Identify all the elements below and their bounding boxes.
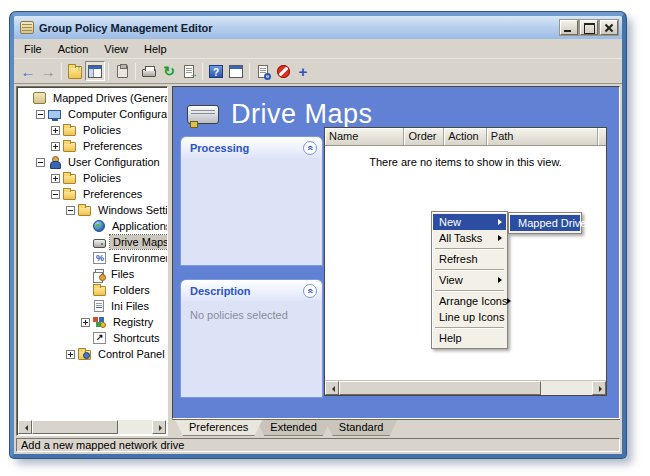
paste-button[interactable] xyxy=(112,61,132,81)
column-header-name[interactable]: Name xyxy=(325,128,404,145)
maximize-button[interactable] xyxy=(580,20,598,35)
expander-plus-icon[interactable] xyxy=(51,142,60,151)
control-panel-icon xyxy=(78,350,91,360)
console-tree: Mapped Drives (General) [DC1.HOComputer … xyxy=(17,87,167,362)
scrollbar-thumb[interactable] xyxy=(339,381,541,395)
expander-minus-icon[interactable] xyxy=(36,158,45,167)
tree-item-preferences[interactable]: Preferences xyxy=(19,186,167,202)
report-button[interactable] xyxy=(253,61,273,81)
collapse-chevron-icon[interactable]: « xyxy=(303,141,317,155)
tree-item-label: Folders xyxy=(110,283,153,297)
description-panel: Description « No policies selected xyxy=(181,280,322,397)
expander-plus-icon[interactable] xyxy=(51,126,60,135)
expander-minus-icon[interactable] xyxy=(36,110,45,119)
tree-item-drive-maps[interactable]: Drive Maps xyxy=(19,234,167,250)
back-button[interactable]: ← xyxy=(18,61,38,81)
menu-bar: FileActionViewHelp xyxy=(14,39,622,59)
context-menu-item-new[interactable]: New xyxy=(433,214,506,230)
context-menu: NewAll TasksRefreshViewArrange IconsLine… xyxy=(431,211,508,349)
tree-item-windows-settings[interactable]: Windows Settings xyxy=(19,202,167,218)
tree-item-label: Ini Files xyxy=(108,299,152,313)
folder-icon xyxy=(63,190,76,200)
expander-minus-icon[interactable] xyxy=(66,206,75,215)
forward-button[interactable]: → xyxy=(38,61,58,81)
menu-help[interactable]: Help xyxy=(136,40,175,58)
properties-window-button[interactable] xyxy=(226,61,246,81)
scroll-right-button[interactable] xyxy=(152,420,166,434)
tab-standard[interactable]: Standard xyxy=(325,420,398,436)
tree-item-preferences[interactable]: Preferences xyxy=(19,138,167,154)
up-one-level-button[interactable]: ↑ xyxy=(65,61,85,81)
tree-item-ini-files[interactable]: Ini Files xyxy=(19,298,167,314)
tree-item-policies[interactable]: Policies xyxy=(19,170,167,186)
menu-file[interactable]: File xyxy=(16,40,50,58)
tree-item-environment[interactable]: Environment xyxy=(19,250,167,266)
menu-item-label: New xyxy=(439,216,498,228)
tree-item-control-panel-settings[interactable]: Control Panel Settings xyxy=(19,346,167,362)
tree-item-policies[interactable]: Policies xyxy=(19,122,167,138)
tab-preferences[interactable]: Preferences xyxy=(175,420,262,436)
tree-horizontal-scrollbar[interactable] xyxy=(18,420,166,434)
gpo-root-icon xyxy=(33,92,46,104)
menu-view[interactable]: View xyxy=(96,40,136,58)
context-menu-item-line-up-icons[interactable]: Line up Icons xyxy=(433,309,506,325)
list-horizontal-scrollbar[interactable] xyxy=(325,380,606,395)
context-menu-item-help[interactable]: Help xyxy=(433,330,506,346)
scroll-right-button[interactable] xyxy=(592,381,606,395)
scrollbar-track[interactable] xyxy=(541,381,592,395)
tree-item-folders[interactable]: Folders xyxy=(19,282,167,298)
export-list-button[interactable]: → xyxy=(179,61,199,81)
context-menu-item-view[interactable]: View xyxy=(433,272,506,288)
environment-icon xyxy=(93,252,106,264)
processing-panel-header[interactable]: Processing « xyxy=(181,137,322,158)
help-button[interactable]: ? xyxy=(206,61,226,81)
folder-icon xyxy=(63,126,76,136)
drive-maps-icon xyxy=(187,105,219,124)
collapse-chevron-icon[interactable]: « xyxy=(303,284,317,298)
column-header-action[interactable]: Action xyxy=(444,128,487,145)
show-hide-console-tree-icon xyxy=(88,65,102,78)
tree-item-applications[interactable]: Applications xyxy=(19,218,167,234)
expander-plus-icon[interactable] xyxy=(66,350,75,359)
tree-item-label: User Configuration xyxy=(65,155,163,169)
expander-minus-icon[interactable] xyxy=(51,190,60,199)
tree-item-label: Shortcuts xyxy=(110,331,162,345)
description-panel-header[interactable]: Description « xyxy=(181,280,322,301)
tab-extended[interactable]: Extended xyxy=(256,420,330,436)
show-hide-console-tree-button[interactable] xyxy=(85,61,105,81)
context-menu-item-refresh[interactable]: Refresh xyxy=(433,251,506,267)
submenu-item-mapped-drive[interactable]: Mapped Drive xyxy=(510,215,580,231)
refresh-button[interactable]: ↻ xyxy=(159,61,179,81)
expander-plus-icon[interactable] xyxy=(81,318,90,327)
add-button[interactable]: + xyxy=(293,61,313,81)
view-tabs: PreferencesExtendedStandard xyxy=(172,419,620,436)
print-button[interactable] xyxy=(139,61,159,81)
expander-plus-icon[interactable] xyxy=(51,174,60,183)
shortcuts-icon xyxy=(93,332,106,344)
column-header-path[interactable]: Path xyxy=(487,128,598,145)
description-panel-title: Description xyxy=(190,285,303,297)
tree-item-mapped-drives-general-dc1-ho[interactable]: Mapped Drives (General) [DC1.HO xyxy=(19,90,167,106)
registry-icon xyxy=(93,316,106,328)
column-header-order[interactable]: Order xyxy=(404,128,444,145)
scrollbar-thumb[interactable] xyxy=(32,420,118,434)
scroll-left-button[interactable] xyxy=(18,420,32,434)
minimize-button[interactable] xyxy=(560,20,578,35)
menu-action[interactable]: Action xyxy=(50,40,97,58)
tree-item-user-configuration[interactable]: User Configuration xyxy=(19,154,167,170)
tree-item-registry[interactable]: Registry xyxy=(19,314,167,330)
tree-item-files[interactable]: Files xyxy=(19,266,167,282)
context-menu-item-arrange-icons[interactable]: Arrange Icons xyxy=(433,293,506,309)
tree-item-label: Mapped Drives (General) [DC1.HO xyxy=(50,91,168,105)
close-button[interactable] xyxy=(600,20,618,35)
tree-item-shortcuts[interactable]: Shortcuts xyxy=(19,330,167,346)
drive-icon xyxy=(93,239,106,248)
title-bar[interactable]: Group Policy Management Editor xyxy=(14,16,622,39)
folder-icon xyxy=(78,206,91,216)
tree-item-computer-configuration[interactable]: Computer Configuration xyxy=(19,106,167,122)
stop-button[interactable] xyxy=(273,61,293,81)
context-menu-item-all-tasks[interactable]: All Tasks xyxy=(433,230,506,246)
content-area: Mapped Drives (General) [DC1.HOComputer … xyxy=(14,84,622,436)
scroll-left-button[interactable] xyxy=(325,381,339,395)
scrollbar-track[interactable] xyxy=(118,420,152,434)
